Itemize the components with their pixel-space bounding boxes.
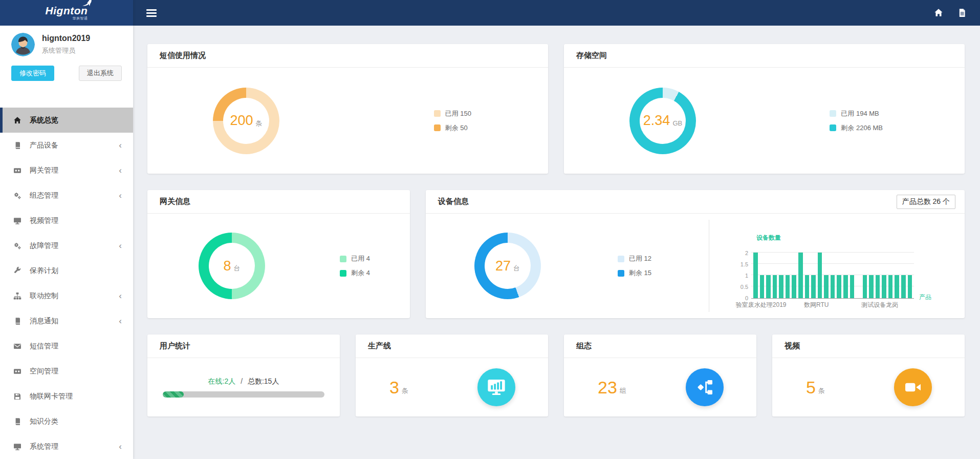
user-stats-card: 用户统计 在线:2人 / 总数:15人: [147, 335, 340, 416]
bar: [760, 275, 765, 298]
sidebar-item[interactable]: 联动控制‹: [0, 283, 133, 308]
legend-label: 已用 12: [629, 254, 651, 263]
bar: [843, 275, 848, 298]
legend-item[interactable]: 已用 4: [340, 254, 370, 263]
legend-label: 已用 4: [351, 254, 370, 263]
legend-swatch: [340, 270, 346, 277]
legend-item[interactable]: 剩余 2206 MB: [830, 123, 883, 133]
card-title: 存储空间: [564, 44, 965, 68]
legend-label: 剩余 50: [445, 123, 468, 133]
x-tick-label: 验室废水处理2019: [736, 301, 787, 309]
plot-area: 验室废水处理2019数网RTU测试设备龙岗: [751, 253, 914, 299]
sidebar-item[interactable]: 短信管理: [0, 333, 133, 359]
legend-item[interactable]: 剩余 50: [434, 123, 471, 133]
sidebar-item[interactable]: 空间管理: [0, 359, 133, 384]
sidebar-item-label: 空间管理: [30, 367, 58, 376]
card-title: 组态: [564, 335, 756, 358]
card-title: 设备信息: [438, 197, 469, 205]
storage-total-value: 2.34: [643, 113, 670, 129]
total-count: 总数:15人: [248, 377, 279, 385]
chevron-left-icon: ‹: [119, 241, 122, 250]
y-axis-ticks: 21.510.50: [738, 250, 751, 301]
storage-total-unit: GB: [672, 119, 682, 127]
sms-usage-card: 短信使用情况 200 条 已用 150: [147, 44, 548, 174]
bar: [824, 275, 829, 298]
book-icon: [13, 418, 23, 426]
divider: [709, 220, 709, 312]
online-count: 在线:2人: [208, 377, 236, 385]
sidebar-menu: 系统总览产品设备‹网关管理‹组态管理‹视频管理故障管理‹保养计划联动控制‹消息通…: [0, 108, 133, 459]
sidebar-item[interactable]: 物联网卡管理: [0, 384, 133, 409]
bar: [779, 275, 783, 298]
sidebar-item-label: 组态管理: [30, 191, 58, 200]
sidebar-item[interactable]: 组态管理‹: [0, 183, 133, 208]
logout-button[interactable]: 退出系统: [79, 66, 122, 81]
sidebar-item[interactable]: 消息通知‹: [0, 308, 133, 333]
sidebar-item-label: 系统管理: [30, 442, 58, 451]
bar: [798, 253, 803, 298]
chevron-left-icon: ‹: [119, 291, 122, 300]
legend-label: 已用 194 MB: [841, 109, 879, 118]
sidebar-item-label: 知识分类: [30, 417, 58, 426]
x-tick-label: 数网RTU: [804, 301, 829, 309]
sidebar-item[interactable]: 系统管理‹: [0, 434, 133, 459]
home-icon: [13, 116, 23, 124]
gateway-donut-chart: 8 台: [199, 233, 265, 299]
bar: [818, 253, 822, 298]
video-camera-icon: [894, 368, 932, 406]
legend-item[interactable]: 已用 12: [618, 254, 651, 263]
card-title: 视频: [772, 335, 965, 358]
sidebar-item[interactable]: 视频管理: [0, 208, 133, 233]
avatar: [11, 33, 35, 56]
configuration-card: 组态 23 组: [564, 335, 756, 416]
sidebar-item-label: 联动控制: [30, 291, 58, 301]
sidebar-item[interactable]: 故障管理‹: [0, 233, 133, 258]
bar: [901, 275, 906, 298]
sidebar-item[interactable]: 网关管理‹: [0, 158, 133, 183]
chevron-left-icon: ‹: [119, 191, 122, 200]
bar: [869, 275, 874, 298]
legend-item[interactable]: 剩余 15: [618, 268, 651, 278]
monitor-icon: [13, 217, 23, 225]
floppy-icon: [13, 392, 23, 401]
user-panel: hignton2019 系统管理员 修改密码 退出系统: [0, 26, 133, 108]
separator: /: [241, 377, 243, 385]
change-password-button[interactable]: 修改密码: [11, 66, 54, 81]
bar: [805, 275, 810, 298]
card-title: 网关信息: [147, 190, 410, 214]
sidebar-item[interactable]: 知识分类: [0, 409, 133, 434]
sidebar-item-label: 网关管理: [30, 166, 58, 175]
bar: [908, 275, 912, 298]
legend-swatch: [830, 110, 836, 117]
user-role: 系统管理员: [42, 46, 90, 55]
y-tick-label: 2: [738, 250, 748, 256]
legend-item[interactable]: 已用 194 MB: [830, 109, 883, 118]
device-donut-chart: 27 台: [474, 233, 541, 299]
video-count: 5: [806, 378, 816, 398]
envelope-icon: [13, 342, 23, 350]
gateway-total-value: 8: [223, 258, 231, 274]
gears-icon: [13, 242, 23, 250]
production-line-card: 生产线 3 条: [356, 335, 548, 416]
sidebar-item[interactable]: 保养计划: [0, 258, 133, 283]
bar-chart-title: 设备数量: [756, 234, 953, 242]
sitemap-icon: [13, 292, 23, 300]
legend-swatch: [340, 256, 346, 262]
home-icon[interactable]: [934, 8, 943, 17]
legend-item[interactable]: 剩余 4: [340, 268, 370, 278]
sidebar-item[interactable]: 系统总览: [0, 108, 133, 133]
deer-icon: [79, 0, 95, 11]
main-area: 短信使用情况 200 条 已用 150: [133, 0, 980, 459]
chevron-left-icon: ‹: [119, 141, 122, 150]
chevron-left-icon: ‹: [119, 317, 122, 325]
document-icon[interactable]: [957, 8, 967, 17]
hamburger-menu-icon[interactable]: [146, 9, 157, 17]
bar: [888, 275, 893, 298]
legend-item[interactable]: 已用 150: [434, 109, 471, 118]
chevron-left-icon: ‹: [119, 166, 122, 175]
sidebar-item[interactable]: 产品设备‹: [0, 133, 133, 158]
sms-legend: 已用 150 剩余 50: [434, 109, 471, 133]
storage-legend: 已用 194 MB 剩余 2206 MB: [830, 109, 883, 133]
device-info-card: 设备信息 产品总数 26 个 27 台: [426, 190, 965, 318]
production-unit: 条: [402, 386, 408, 395]
